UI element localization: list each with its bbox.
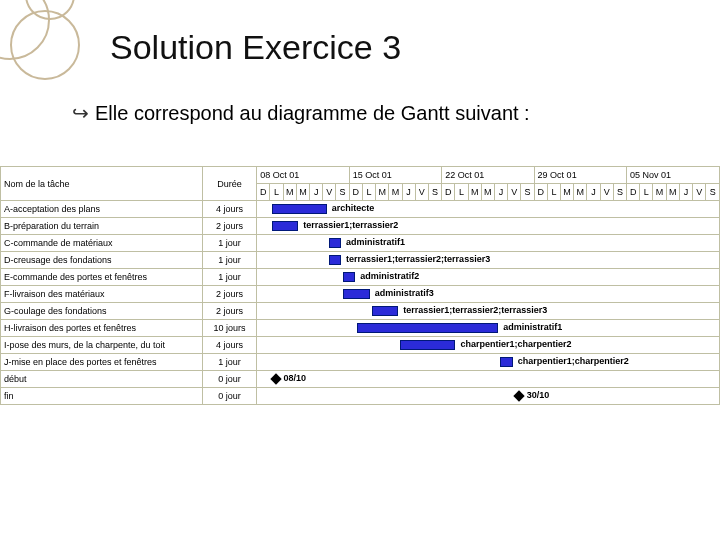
resource-label: administratif1 — [503, 322, 562, 332]
task-row: G-coulage des fondations2 joursterrassie… — [1, 303, 720, 320]
gantt-bar — [400, 340, 455, 350]
task-row: début0 jour08/10 — [1, 371, 720, 388]
day-header: S — [613, 184, 626, 201]
resource-label: terrassier1;terrassier2;terrassier3 — [346, 254, 490, 264]
resource-label: administratif1 — [346, 237, 405, 247]
task-duration: 0 jour — [202, 371, 257, 388]
gantt-table: Nom de la tâche Durée 08 Oct 01 15 Oct 0… — [0, 166, 720, 405]
day-header: L — [640, 184, 653, 201]
date-header: 29 Oct 01 — [534, 167, 626, 184]
day-header: L — [270, 184, 283, 201]
task-duration: 1 jour — [202, 235, 257, 252]
date-header: 08 Oct 01 — [257, 167, 349, 184]
col-header-duration: Durée — [202, 167, 257, 201]
day-header: M — [574, 184, 587, 201]
resource-label: administratif3 — [375, 288, 434, 298]
gantt-bar — [329, 238, 341, 248]
day-header: M — [481, 184, 494, 201]
task-name: F-livraison des matériaux — [1, 286, 203, 303]
task-name: fin — [1, 388, 203, 405]
task-name: I-pose des murs, de la charpente, du toi… — [1, 337, 203, 354]
task-duration: 2 jours — [202, 218, 257, 235]
day-header: J — [587, 184, 600, 201]
resource-label: charpentier1;charpentier2 — [460, 339, 571, 349]
task-row: A-acceptation des plans4 joursarchitecte — [1, 201, 720, 218]
day-header: M — [666, 184, 679, 201]
resource-label: charpentier1;charpentier2 — [518, 356, 629, 366]
day-header: S — [521, 184, 534, 201]
day-header: M — [296, 184, 309, 201]
task-row: D-creusage des fondations1 jourterrassie… — [1, 252, 720, 269]
day-header: V — [693, 184, 706, 201]
day-header: V — [508, 184, 521, 201]
day-header: S — [428, 184, 441, 201]
task-name: H-livraison des portes et fenêtres — [1, 320, 203, 337]
day-header: V — [415, 184, 428, 201]
task-name: J-mise en place des portes et fenêtres — [1, 354, 203, 371]
task-name: E-commande des portes et fenêtres — [1, 269, 203, 286]
date-header: 22 Oct 01 — [442, 167, 534, 184]
col-header-task: Nom de la tâche — [1, 167, 203, 201]
day-header: M — [376, 184, 389, 201]
day-header: J — [310, 184, 323, 201]
day-header: M — [561, 184, 574, 201]
task-duration: 1 jour — [202, 354, 257, 371]
timeline-cell: 08/10 — [257, 371, 720, 388]
task-duration: 4 jours — [202, 337, 257, 354]
gantt-bar — [272, 204, 327, 214]
day-header: V — [323, 184, 336, 201]
date-header: 05 Nov 01 — [627, 167, 720, 184]
day-header: L — [455, 184, 468, 201]
day-header: L — [362, 184, 375, 201]
timeline-cell: terrassier1;terrassier2;terrassier3 — [257, 303, 720, 320]
day-header: M — [468, 184, 481, 201]
gantt-bar — [372, 306, 399, 316]
timeline-cell: 30/10 — [257, 388, 720, 405]
timeline-cell: terrassier1;terrassier2;terrassier3 — [257, 252, 720, 269]
subtitle-text: Elle correspond au diagramme de Gantt su… — [0, 67, 720, 125]
resource-label: terrassier1;terrassier2;terrassier3 — [403, 305, 547, 315]
task-duration: 1 jour — [202, 269, 257, 286]
task-name: G-coulage des fondations — [1, 303, 203, 320]
gantt-bar — [272, 221, 299, 231]
milestone-icon — [513, 390, 524, 401]
day-header: D — [442, 184, 455, 201]
task-duration: 10 jours — [202, 320, 257, 337]
timeline-cell: administratif2 — [257, 269, 720, 286]
day-header: M — [653, 184, 666, 201]
day-header: S — [706, 184, 720, 201]
task-name: C-commande de matériaux — [1, 235, 203, 252]
task-row: J-mise en place des portes et fenêtres1 … — [1, 354, 720, 371]
timeline-cell: administratif1 — [257, 320, 720, 337]
day-header: J — [679, 184, 692, 201]
gantt-bar — [343, 272, 355, 282]
resource-label: terrassier1;terrassier2 — [303, 220, 398, 230]
task-row: F-livraison des matériaux2 joursadminist… — [1, 286, 720, 303]
task-duration: 1 jour — [202, 252, 257, 269]
timeline-cell: administratif3 — [257, 286, 720, 303]
timeline-cell: terrassier1;terrassier2 — [257, 218, 720, 235]
task-row: H-livraison des portes et fenêtres10 jou… — [1, 320, 720, 337]
day-header: D — [257, 184, 270, 201]
task-name: B-préparation du terrain — [1, 218, 203, 235]
task-name: début — [1, 371, 203, 388]
day-header: J — [494, 184, 507, 201]
timeline-cell: administratif1 — [257, 235, 720, 252]
day-header: D — [534, 184, 547, 201]
day-header: D — [349, 184, 362, 201]
gantt-bar — [329, 255, 341, 265]
task-duration: 0 jour — [202, 388, 257, 405]
task-name: A-acceptation des plans — [1, 201, 203, 218]
day-header: L — [547, 184, 560, 201]
task-duration: 2 jours — [202, 286, 257, 303]
milestone-icon — [270, 373, 281, 384]
milestone-label: 08/10 — [284, 373, 307, 383]
timeline-cell: architecte — [257, 201, 720, 218]
task-duration: 2 jours — [202, 303, 257, 320]
task-row: I-pose des murs, de la charpente, du toi… — [1, 337, 720, 354]
day-header: M — [283, 184, 296, 201]
task-row: E-commande des portes et fenêtres1 joura… — [1, 269, 720, 286]
day-header: V — [600, 184, 613, 201]
task-row: C-commande de matériaux1 jouradministrat… — [1, 235, 720, 252]
timeline-cell: charpentier1;charpentier2 — [257, 354, 720, 371]
